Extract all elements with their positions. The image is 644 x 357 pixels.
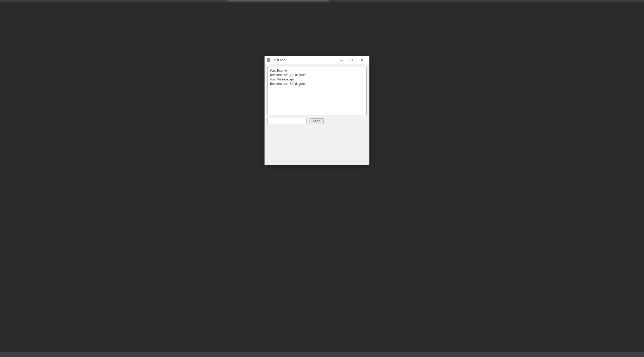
window-titlebar[interactable]: Chat App — ☐ ✕ <box>265 56 369 64</box>
code-editor: 28 <box>0 2 644 357</box>
app-icon <box>267 58 270 62</box>
fold-marker <box>16 2 24 8</box>
chat-app-window: Chat App — ☐ ✕ You: Toronto Temperature:… <box>264 56 369 165</box>
spacer <box>267 124 367 162</box>
maximize-button[interactable]: ☐ <box>346 56 357 64</box>
chat-area[interactable]: You: Toronto Temperature: -7.0 degrees Y… <box>267 67 367 115</box>
line-number[interactable]: 28 <box>0 2 16 8</box>
status-bar <box>0 352 644 357</box>
window-title: Chat App <box>272 58 336 62</box>
code-area[interactable] <box>24 2 644 357</box>
message-field[interactable] <box>267 118 307 124</box>
line-number-gutter[interactable]: 28 <box>0 2 16 357</box>
fold-gutter[interactable] <box>16 2 24 357</box>
send-button[interactable]: Send <box>310 118 324 124</box>
close-button[interactable]: ✕ <box>357 56 367 64</box>
editor-right-margin <box>281 2 281 357</box>
chat-body: You: Toronto Temperature: -7.0 degrees Y… <box>265 64 369 165</box>
minimize-button[interactable]: — <box>336 56 346 64</box>
input-row: Send <box>267 118 367 124</box>
